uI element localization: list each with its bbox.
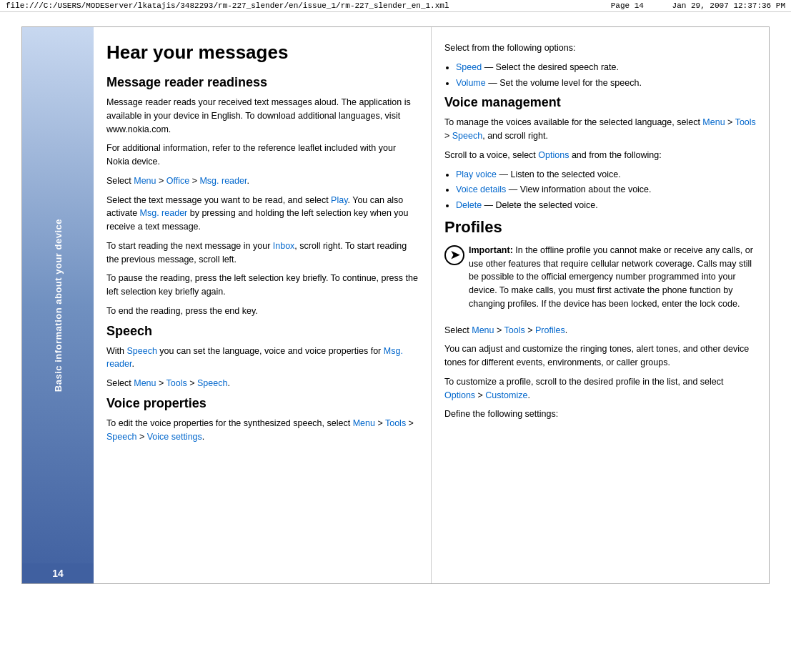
- msg-reader-para3: Select the text message you want to be r…: [106, 194, 418, 234]
- msg-reader-para5: To pause the reading, press the left sel…: [106, 272, 418, 299]
- page-wrapper: Basic information about your device 14 H…: [0, 12, 791, 598]
- menu-link-5[interactable]: Menu: [472, 325, 494, 335]
- profiles-para4: Define the following settings:: [444, 407, 756, 421]
- page-number: 14: [22, 563, 94, 583]
- volume-link[interactable]: Volume: [456, 78, 486, 88]
- voice-properties-title: Voice properties: [106, 396, 418, 411]
- profiles-link[interactable]: Profiles: [535, 325, 565, 335]
- main-title: Hear your messages: [106, 41, 418, 64]
- voice-options-list: Play voice — Listen to the selected voic…: [456, 168, 756, 212]
- voice-mgmt-para2: Scroll to a voice, select Options and fr…: [444, 149, 756, 162]
- speech-para1: With Speech you can set the language, vo…: [106, 345, 418, 372]
- play-link-1[interactable]: Play: [331, 195, 347, 205]
- options-link-1[interactable]: Options: [538, 150, 569, 160]
- tools-link-3[interactable]: Tools: [735, 117, 756, 127]
- page-info: Page 14 Jan 29, 2007 12:37:36 PM: [611, 1, 785, 10]
- msgreader-link-1[interactable]: Msg. reader: [199, 176, 247, 186]
- file-path: file:///C:/USERS/MODEServer/lkatajis/348…: [6, 1, 449, 10]
- sidebar-label: Basic information about your device: [53, 219, 64, 392]
- important-box: ➤ Important: In the offline profile you …: [444, 244, 756, 317]
- msg-reader-para6: To end the reading, press the end key.: [106, 305, 418, 318]
- speech-title: Speech: [106, 324, 418, 339]
- speech-link-4[interactable]: Speech: [452, 131, 482, 141]
- voice-mgmt-para1: To manage the voices available for the s…: [444, 116, 756, 143]
- voice-properties-para1: To edit the voice properties for the syn…: [106, 417, 418, 444]
- profiles-para2: You can adjust and customize the ringing…: [444, 342, 756, 370]
- speed-link[interactable]: Speed: [456, 62, 482, 72]
- tools-link-4[interactable]: Tools: [504, 325, 525, 335]
- menu-link-3[interactable]: Menu: [353, 418, 375, 428]
- msg-reader-para4: To start reading the next message in you…: [106, 239, 418, 267]
- delete-link[interactable]: Delete: [456, 200, 482, 210]
- list-item: Speed — Select the desired speech rate.: [456, 61, 756, 74]
- speech-link-3[interactable]: Speech: [106, 432, 136, 442]
- important-text: Important: In the offline profile you ca…: [469, 244, 756, 311]
- right-column: Select from the following options: Speed…: [432, 27, 769, 583]
- msgreader-link-2[interactable]: Msg. reader: [140, 208, 188, 218]
- options-link-2[interactable]: Options: [444, 390, 475, 400]
- section-msg-reader-title: Message reader readiness: [106, 75, 418, 90]
- msg-reader-select1: Select Menu > Office > Msg. reader.: [106, 174, 418, 188]
- customize-link[interactable]: Customize: [485, 390, 527, 400]
- menu-link-1[interactable]: Menu: [134, 176, 156, 186]
- tools-link-1[interactable]: Tools: [166, 378, 187, 388]
- menu-link-4[interactable]: Menu: [702, 117, 725, 127]
- list-item: Volume — Set the volume level for the sp…: [456, 76, 756, 90]
- tools-link-2[interactable]: Tools: [385, 418, 406, 428]
- voice-details-link[interactable]: Voice details: [456, 184, 506, 194]
- office-link[interactable]: Office: [166, 176, 189, 186]
- content-area: Hear your messages Message reader readin…: [94, 27, 769, 583]
- important-bold-label: Important:: [469, 245, 513, 255]
- msg-reader-para2: For additional information, refer to the…: [106, 142, 418, 169]
- msg-reader-para1: Message reader reads your received text …: [106, 96, 418, 136]
- left-column: Hear your messages Message reader readin…: [94, 27, 432, 583]
- voice-settings-link[interactable]: Voice settings: [147, 432, 202, 442]
- list-item: Play voice — Listen to the selected voic…: [456, 168, 756, 182]
- doc-container: Basic information about your device 14 H…: [21, 26, 770, 584]
- list-item: Delete — Delete the selected voice.: [456, 199, 756, 212]
- speech-select: Select Menu > Tools > Speech.: [106, 377, 418, 390]
- list-item: Voice details — View information about t…: [456, 183, 756, 197]
- voice-management-title: Voice management: [444, 95, 756, 110]
- browser-bar: file:///C:/USERS/MODEServer/lkatajis/348…: [0, 0, 791, 12]
- profiles-title: Profiles: [444, 218, 756, 237]
- select-options-intro: Select from the following options:: [444, 41, 756, 55]
- sidebar: Basic information about your device 14: [22, 27, 94, 583]
- profiles-para3: To customize a profile, scroll to the de…: [444, 375, 756, 402]
- important-icon: ➤: [444, 245, 464, 265]
- inbox-link[interactable]: Inbox: [273, 241, 295, 251]
- profiles-select: Select Menu > Tools > Profiles.: [444, 324, 756, 337]
- play-voice-link[interactable]: Play voice: [456, 169, 497, 179]
- menu-link-2[interactable]: Menu: [134, 378, 156, 388]
- speech-link-1[interactable]: Speech: [126, 346, 156, 356]
- speech-link-2[interactable]: Speech: [197, 378, 227, 388]
- speed-volume-list: Speed — Select the desired speech rate. …: [456, 61, 756, 90]
